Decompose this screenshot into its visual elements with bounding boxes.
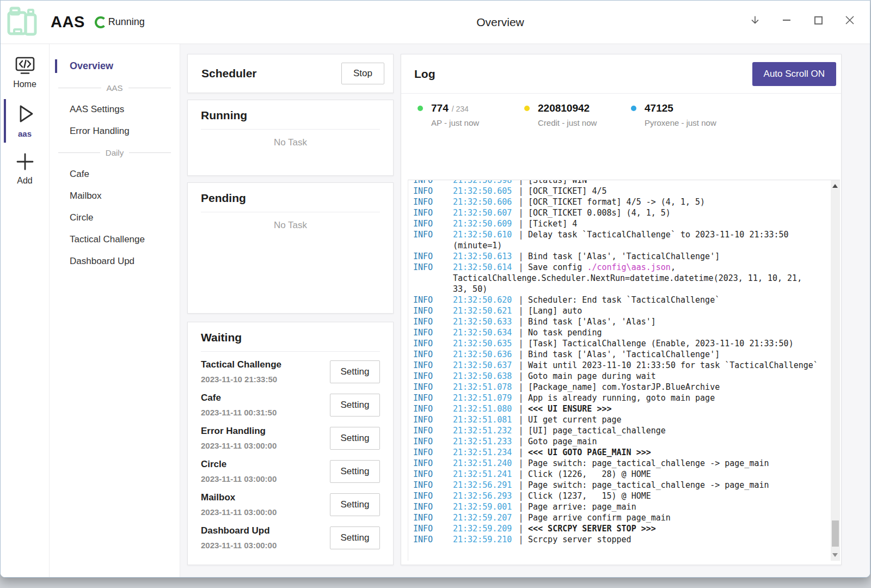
log-separator: | [514,186,528,197]
sidebar-item-label: Mailbox [70,191,102,201]
sidebar-item-error-handling[interactable]: Error Handling [50,120,180,142]
scheduler-status-text: Running [108,16,145,28]
log-line: INFO21:32:50.613|Bind task ['Alas', 'Tac… [413,251,831,262]
pending-title: Pending [201,192,380,212]
scheduler-card: Scheduler Stop [187,54,394,93]
waiting-task-row: Cafe2023-11-11 00:31:50Setting [201,388,380,421]
waiting-title: Waiting [201,331,380,352]
rail-item-add[interactable]: Add [1,151,49,186]
log-level: INFO [413,218,453,229]
log-level: INFO [413,229,453,240]
scrollbar-down-arrow-icon[interactable] [832,553,838,557]
waiting-task-info: Circle2023-11-11 03:00:00 [201,459,277,483]
download-update-button[interactable] [749,14,761,26]
log-timestamp: 21:32:56.291 [453,480,514,491]
waiting-task-row: Dashboard Upd2023-11-11 03:00:00Setting [201,521,380,554]
waiting-task-next-run: 2023-11-11 03:00:00 [201,541,277,550]
setting-button-cafe[interactable]: Setting [330,394,380,416]
log-separator: | [514,207,528,218]
log-line-continuation: 33, 50) [413,284,831,295]
log-separator: | [514,425,528,436]
log-level: INFO [413,534,453,545]
minimize-button[interactable] [781,14,793,26]
sidebar-item-mailbox[interactable]: Mailbox [50,185,180,207]
log-timestamp: 21:32:50.620 [453,295,514,305]
setting-button-circle[interactable]: Setting [330,460,380,483]
log-scrollbar[interactable] [831,180,840,561]
log-timestamp: 21:32:50.638 [453,371,514,382]
log-line: INFO21:32:50.609|[Ticket] 4 [413,218,831,229]
log-level-spacer [413,284,453,295]
setting-button-error-handling[interactable]: Setting [330,427,380,450]
sidebar-item-cafe[interactable]: Cafe [50,163,180,185]
stat-dot-icon [418,106,423,111]
dashboard-stat: 220810942Credit - just now [524,102,631,127]
log-level: INFO [413,403,453,414]
maximize-icon [814,16,823,24]
log-message: <<< SCRCPY SERVER STOP >>> [528,523,656,534]
task-columns: Scheduler Stop Running No Task Pending N… [187,54,394,565]
log-message: [Lang] auto [528,305,582,316]
log-line: INFO21:32:50.621|[Lang] auto [413,305,831,316]
log-separator: | [514,414,528,425]
waiting-task-name: Error Handling [201,426,277,437]
maximize-button[interactable] [812,14,824,26]
log-timestamp: 21:32:50.613 [453,251,514,262]
log-timestamp: 21:32:51.232 [453,425,514,436]
log-line: INFO21:32:50.605|[OCR_TICKET] 4/5 [413,186,831,197]
stat-value-row: 47125 [631,102,738,114]
log-line: INFO21:32:51.234|<<< UI GOTO PAGE_MAIN >… [413,447,831,458]
log-message: UI get current page [528,414,622,425]
waiting-task-name: Circle [201,459,277,470]
log-timestamp: 21:32:50.610 [453,229,514,240]
log-message: Goto main page during wait [528,371,656,382]
rail-item-aas[interactable]: aas [1,102,49,138]
sidebar-item-circle[interactable]: Circle [50,207,180,229]
running-spinner-icon [95,16,107,28]
main-content: Scheduler Stop Running No Task Pending N… [180,44,870,578]
log-timestamp: 21:32:59.210 [453,534,514,545]
setting-button-tactical-challenge[interactable]: Setting [330,360,380,383]
log-separator: | [514,512,528,523]
setting-button-dashboard-upd[interactable]: Setting [330,526,380,549]
sidebar-item-aas-settings[interactable]: AAS Settings [50,99,180,120]
divider-line [58,152,100,153]
app-logo-devices-icon [5,5,40,40]
auto-scroll-toggle-button[interactable]: Auto Scroll ON [752,62,836,86]
log-line: INFO21:32:50.620|Scheduler: End task `Ta… [413,295,831,305]
waiting-task-name: Tactical Challenge [201,359,281,370]
sidebar-item-overview[interactable]: Overview [50,55,180,77]
close-button[interactable] [844,14,856,26]
log-card: Log Auto Scroll ON 774/ 234AP - just now… [401,54,842,565]
log-separator: | [514,491,528,501]
scrollbar-thumb[interactable] [832,520,839,547]
log-line: INFO21:32:51.241|Click (1226, 28) @ HOME [413,469,831,480]
log-separator: | [514,305,528,316]
stat-label: Credit - just now [524,118,631,127]
log-separator: | [514,371,528,382]
sidebar-item-label: Tactical Challenge [70,234,145,244]
sidebar-item-tactical-challenge[interactable]: Tactical Challenge [50,229,180,250]
sidebar-item-dashboard-upd[interactable]: Dashboard Upd [50,250,180,272]
stop-button[interactable]: Stop [341,63,384,84]
log-message: Click (1226, 28) @ HOME [528,469,651,480]
log-separator: | [514,458,528,469]
log-timestamp: 21:32:50.607 [453,207,514,218]
waiting-task-info: Dashboard Upd2023-11-11 03:00:00 [201,525,277,550]
setting-button-mailbox[interactable]: Setting [330,493,380,516]
icon-rail: Home aas Add [1,44,50,578]
log-message: Scrcpy server stopped [528,534,631,545]
log-message: App is already running, goto main page [528,393,715,403]
sidebar-item-label: Dashboard Upd [70,256,134,266]
stat-value: 47125 [645,102,673,114]
log-line: INFO21:32:50.598|[Status] WIN [413,180,831,186]
scrollbar-up-arrow-icon[interactable] [832,184,838,188]
rail-item-label: Add [17,176,32,186]
log-timestamp: 21:32:51.233 [453,436,514,447]
log-line: INFO21:32:56.293|Click (1237, 15) @ HOME [413,491,831,501]
log-level: INFO [413,338,453,349]
rail-item-home[interactable]: Home [1,56,49,89]
log-line-continuation: TacticalChallenge.Scheduler.NextRun=date… [413,273,831,284]
sidebar-menu: OverviewAASAAS SettingsError HandlingDai… [50,44,180,578]
sidebar-item-label: Cafe [70,169,89,179]
